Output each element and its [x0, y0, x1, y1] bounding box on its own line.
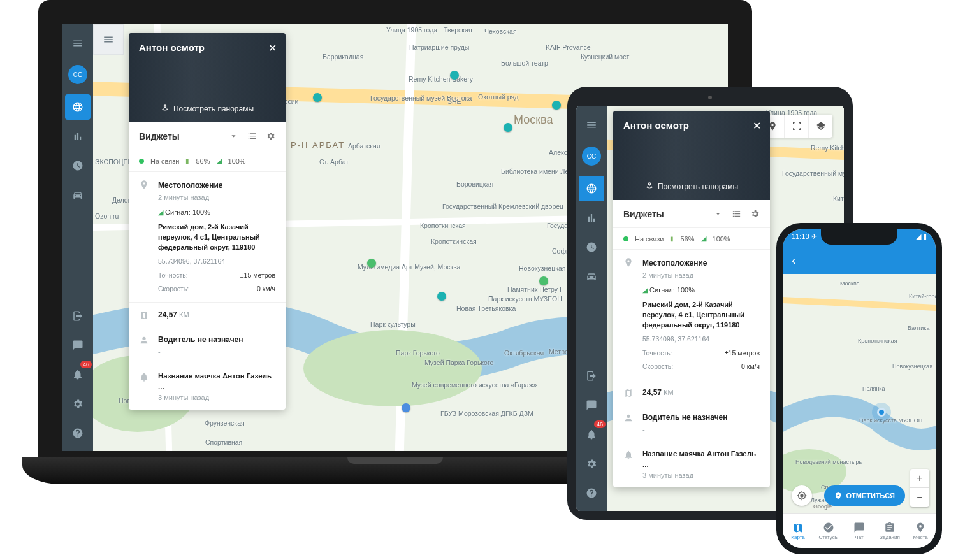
accuracy-value: ±15 метров	[240, 271, 275, 281]
chevron-down-icon[interactable]	[713, 209, 723, 219]
nav-item-задания[interactable]: Задания	[874, 514, 905, 548]
pin-icon	[139, 180, 149, 193]
nav-item-карта[interactable]: Карта	[783, 514, 813, 548]
check-in-button[interactable]: ОТМЕТИТЬСЯ	[824, 485, 905, 506]
route-icon	[139, 310, 149, 324]
sidebar-item-history[interactable]	[579, 234, 604, 260]
tracker-card: Антон осмотр ✕ Посмотреть панорамы Видже…	[129, 33, 286, 410]
sidebar-item-settings[interactable]	[65, 391, 91, 417]
sidebar-item-help[interactable]	[579, 480, 604, 506]
sidebar-item-map[interactable]	[579, 176, 604, 201]
sidebar-collapse-icon[interactable]	[93, 24, 124, 55]
close-icon[interactable]: ✕	[753, 120, 761, 132]
phone-status-bar: 11:10 ✈ ◢ ▮	[792, 233, 927, 241]
battery-value: 56%	[196, 157, 210, 165]
location-ago: 2 минуты назад	[158, 192, 275, 203]
sidebar: CC 46	[576, 106, 607, 511]
status-row: На связи ▮56% ◢100%	[129, 150, 286, 172]
tracker-title: Антон осмотр	[139, 42, 275, 53]
sidebar-item-settings[interactable]	[579, 451, 604, 477]
location-section: Местоположение 2 минуты назад ◢ Сигнал: …	[129, 172, 286, 303]
sidebar-item-fleet[interactable]	[579, 264, 604, 289]
phone-device: 11:10 ✈ ◢ ▮ ‹ МоскваКитай-городКропоткин…	[776, 223, 942, 554]
sidebar-item-logout[interactable]	[579, 363, 604, 389]
svg-point-1	[303, 330, 482, 406]
driver-title: Водитель не назначен	[158, 334, 275, 345]
distance-section: 24,57 КМ	[129, 303, 286, 327]
sidebar-item-reports[interactable]	[579, 205, 604, 231]
user-icon	[139, 335, 149, 348]
sidebar-item-map[interactable]	[65, 94, 91, 120]
location-address: Римский дом, 2-й Казачий переулок, 4 с1,…	[158, 222, 275, 253]
list-icon[interactable]	[732, 209, 741, 219]
back-icon[interactable]: ‹	[792, 253, 796, 268]
status-icons: ◢ ▮	[916, 233, 927, 241]
panorama-button[interactable]: Посмотреть панорамы	[129, 104, 286, 113]
sidebar-toggle-icon[interactable]	[65, 31, 91, 56]
nav-item-статусы[interactable]: Статусы	[813, 514, 844, 548]
phone-bottom-nav: КартаСтатусыЧатЗаданияМеста	[783, 513, 936, 548]
close-icon[interactable]: ✕	[268, 42, 277, 54]
distance-unit: КМ	[179, 311, 189, 319]
widgets-header: Виджеты	[129, 122, 286, 150]
nav-item-места[interactable]: Места	[905, 514, 936, 548]
sidebar-toggle-icon[interactable]	[579, 112, 604, 138]
status-label: На связи	[150, 157, 179, 165]
signal-icon: ◢	[217, 157, 222, 165]
battery-icon: ▮	[185, 157, 189, 164]
user-avatar[interactable]: CC	[582, 147, 601, 166]
bell-icon	[139, 372, 149, 385]
distance-value: 24,57	[158, 310, 177, 319]
panorama-button[interactable]: Посмотреть панорамы	[613, 182, 770, 191]
gear-icon[interactable]	[266, 131, 275, 141]
nav-item-чат[interactable]: Чат	[844, 514, 874, 548]
sidebar-item-chat[interactable]	[65, 333, 91, 358]
gear-icon[interactable]	[750, 209, 760, 219]
tracker-title: Антон осмотр	[623, 120, 760, 131]
current-location-dot	[877, 408, 886, 417]
location-title: Местоположение	[158, 180, 275, 191]
sidebar-item-history[interactable]	[65, 153, 91, 178]
online-dot-icon	[139, 159, 144, 164]
bounds-icon[interactable]	[784, 115, 808, 138]
accuracy-label: Точность:	[158, 271, 188, 281]
sidebar-item-fleet[interactable]	[65, 182, 91, 208]
sidebar-item-alerts[interactable]: 46	[579, 422, 604, 447]
zoom-out-button[interactable]: −	[910, 488, 929, 507]
tracker-card: Антон осмотр ✕ Посмотреть панорамы Видже…	[613, 111, 770, 487]
driver-section: Водитель не назначен -	[129, 327, 286, 364]
card-header: Антон осмотр ✕ Посмотреть панорамы	[129, 33, 286, 122]
speed-value: 0 км/ч	[257, 284, 275, 294]
sidebar-item-logout[interactable]	[65, 303, 91, 329]
location-signal: ◢ Сигнал: 100%	[158, 207, 275, 218]
alert-ago: 3 минуты назад	[158, 392, 275, 403]
sidebar-item-chat[interactable]	[579, 392, 604, 418]
zoom-control: + −	[910, 469, 929, 507]
driver-value: -	[158, 347, 275, 357]
zoom-in-button[interactable]: +	[910, 469, 929, 488]
sidebar-item-alerts[interactable]: 46	[65, 362, 91, 387]
alert-title: Название маячка Антон Газель ...	[158, 371, 275, 393]
clock-text: 11:10 ✈	[792, 233, 817, 241]
user-avatar[interactable]: CC	[68, 65, 87, 84]
widgets-title: Виджеты	[139, 131, 180, 141]
alerts-badge: 46	[80, 361, 92, 368]
widgets-title: Виджеты	[623, 209, 664, 219]
sidebar-item-reports[interactable]	[65, 124, 91, 149]
alert-section: Название маячка Антон Газель ... 3 минут…	[129, 364, 286, 410]
layers-icon[interactable]	[808, 115, 832, 138]
signal-value: 100%	[228, 157, 246, 165]
list-icon[interactable]	[247, 131, 257, 141]
chevron-down-icon[interactable]	[229, 131, 238, 141]
locate-button[interactable]	[792, 485, 812, 506]
sidebar: CC 46	[62, 24, 93, 451]
speed-label: Скорость:	[158, 284, 189, 294]
location-coords: 55.734096, 37.621164	[158, 257, 275, 267]
sidebar-item-help[interactable]	[65, 420, 91, 446]
phone-screen: 11:10 ✈ ◢ ▮ ‹ МоскваКитай-городКропоткин…	[783, 229, 936, 548]
